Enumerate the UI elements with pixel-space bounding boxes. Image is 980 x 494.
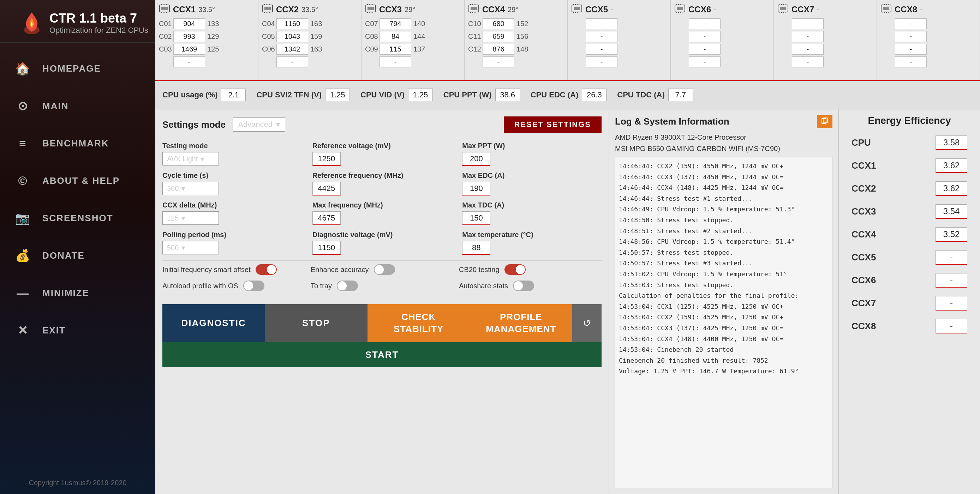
core-freq-1-1[interactable]: 904 [173,18,205,29]
core-freq-3-2[interactable]: 84 [380,31,411,42]
core-freq-8-2[interactable]: - [895,31,927,42]
ccx-name-4: CCX4 [482,5,505,14]
cb20-toggle[interactable] [504,264,526,275]
initial-freq-toggle[interactable] [256,264,277,275]
copyright: Copyright 1usmus© 2019-2020 [0,472,155,494]
core-freq-3-3[interactable]: 115 [380,44,411,55]
max-tdc-value[interactable]: 150 [462,211,490,225]
polling-dropdown[interactable]: 500 ▾ [162,241,219,254]
energy-value-1[interactable]: 3.62 [935,159,967,173]
core-freq-5-1[interactable]: - [585,18,617,29]
core-freq-1-2[interactable]: 993 [173,31,205,42]
max-temp-value[interactable]: 88 [462,241,490,255]
settings-mode-dropdown[interactable]: Advanced ▾ [233,118,285,132]
core-freq-4-1[interactable]: 680 [483,18,514,29]
energy-item-ccx2: CCX2 3.62 [845,178,974,199]
cycle-time-dropdown[interactable]: 360 ▾ [162,182,219,195]
log-copy-button[interactable] [817,115,832,128]
autoshare-toggle[interactable] [513,281,534,291]
core-row-ccx7-3: - [777,44,873,55]
max-edc-value[interactable]: 190 [462,182,490,195]
enhance-accuracy-toggle[interactable] [374,264,395,275]
autoload-toggle[interactable] [243,281,264,291]
core-freq-5-2[interactable]: - [585,31,617,42]
core-freq-6-4[interactable]: - [689,56,721,67]
reset-settings-button[interactable]: RESET SETTINGS [504,116,601,133]
core-label-4-3: C12 [468,45,480,53]
energy-value-4[interactable]: 3.52 [935,227,967,242]
status-value-5[interactable]: 7.7 [668,89,693,101]
status-value-0[interactable]: 2.1 [221,89,246,101]
max-freq-value[interactable]: 4675 [312,211,340,225]
testing-mode-dropdown[interactable]: AVX Light ▾ [162,152,219,165]
ref-voltage-value[interactable]: 1250 [312,152,340,166]
ccx-block-8: CCX8 - - - - - [877,0,980,80]
core-freq-6-2[interactable]: - [689,31,721,42]
core-freq-7-3[interactable]: - [792,44,824,55]
ccx-delta-value: 125 [167,214,179,222]
core-freq-3-4[interactable]: - [380,56,411,67]
status-value-3[interactable]: 38.6 [495,89,520,101]
max-ppt-value[interactable]: 200 [462,152,490,166]
stop-button[interactable]: STOP [265,304,367,342]
energy-value-5[interactable]: - [935,250,967,265]
core-freq-2-4[interactable]: - [277,56,308,67]
energy-value-2[interactable]: 3.62 [935,181,967,196]
core-freq-8-4[interactable]: - [895,56,927,67]
diag-voltage-value[interactable]: 1150 [312,241,340,255]
sidebar-item-main[interactable]: ⊙ MAIN [0,87,155,125]
energy-value-3[interactable]: 3.54 [935,204,967,219]
core-freq-1-3[interactable]: 1469 [173,44,205,55]
log-entry-13: Calculation of penalties for the final p… [619,291,829,301]
status-item-3: CPU PPT (W) 38.6 [444,89,520,101]
toggle-to-tray: To tray [311,281,453,291]
core-freq-4-3[interactable]: 876 [483,44,514,55]
ccx-delta-dropdown[interactable]: 125 ▾ [162,211,219,225]
core-freq-7-2[interactable]: - [792,31,824,42]
core-freq-6-1[interactable]: - [689,18,721,29]
sidebar-item-screenshot[interactable]: 📷 SCREENSHOT [0,199,155,237]
energy-value-6[interactable]: - [935,273,967,288]
sidebar-item-donate[interactable]: 💰 DONATE [0,237,155,274]
core-freq-4-2[interactable]: 659 [483,31,514,42]
log-content[interactable]: 14:46:44: CCX2 (159): 4550 MHz, 1244 mV … [615,157,832,488]
core-freq-7-4[interactable]: - [792,56,824,67]
energy-value-7[interactable]: - [935,296,967,311]
main-icon: ⊙ [14,97,32,115]
sidebar-item-about[interactable]: © ABOUT & HELP [0,162,155,199]
status-value-4[interactable]: 26.3 [582,89,606,101]
core-freq-8-3[interactable]: - [895,44,927,55]
ref-freq-value[interactable]: 4425 [312,182,340,195]
core-freq-2-3[interactable]: 1342 [277,44,308,55]
profile-management-button[interactable]: PROFILEMANAGEMENT [470,304,572,342]
sidebar-item-benchmark[interactable]: ≡ BENCHMARK [0,125,155,162]
core-freq-1-4[interactable]: - [173,56,205,67]
sidebar-item-minimize[interactable]: — MINIMIZE [0,274,155,311]
core-freq-4-4[interactable]: - [483,56,514,67]
chip-icon-4 [468,3,479,16]
check-stability-button[interactable]: CHECKSTABILITY [368,304,470,342]
sidebar-label-exit: EXIT [42,325,66,336]
core-freq-7-1[interactable]: - [792,18,824,29]
energy-value-0[interactable]: 3.58 [935,135,967,150]
status-value-1[interactable]: 1.25 [325,89,350,101]
svg-rect-52 [677,7,683,10]
core-freq-8-1[interactable]: - [895,18,927,29]
chevron-down-icon5: ▾ [181,243,185,252]
svg-rect-32 [471,7,477,10]
refresh-button[interactable]: ↺ [572,304,601,342]
energy-value-8[interactable]: - [935,319,967,334]
sidebar-item-homepage[interactable]: 🏠 HOMEPAGE [0,50,155,87]
diagnostic-button[interactable]: DIAGNOSTIC [162,304,265,342]
sidebar-item-exit[interactable]: ✕ EXIT [0,311,155,349]
start-button[interactable]: START [162,342,601,367]
core-freq-5-3[interactable]: - [585,44,617,55]
core-freq-2-2[interactable]: 1043 [277,31,308,42]
core-freq-5-4[interactable]: - [585,56,617,67]
core-freq-2-1[interactable]: 1160 [277,18,308,29]
status-value-2[interactable]: 1.25 [408,89,433,101]
core-freq-6-3[interactable]: - [689,44,721,55]
core-multi-3-2: 144 [414,32,426,41]
to-tray-toggle[interactable] [337,281,358,291]
core-freq-3-1[interactable]: 794 [380,18,411,29]
